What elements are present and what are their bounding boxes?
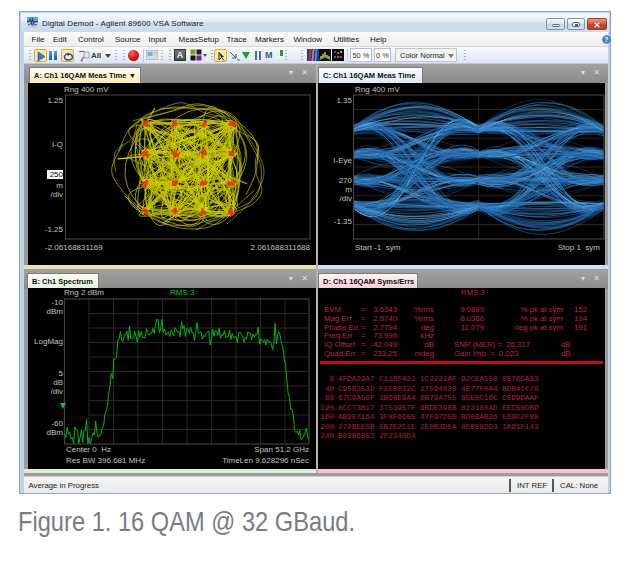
svg-text:?: ? (604, 36, 608, 43)
